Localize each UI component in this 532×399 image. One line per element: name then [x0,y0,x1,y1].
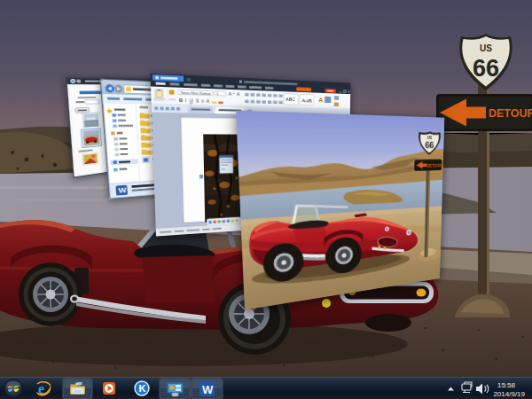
svg-text:A: A [237,92,239,97]
svg-text:W: W [118,186,127,194]
svg-text:^: ^ [233,92,235,96]
svg-text:A: A [207,99,210,104]
svg-text:2014/9/19: 2014/9/19 [493,390,525,398]
svg-text:W: W [202,383,214,396]
svg-text:K: K [139,383,146,394]
svg-text:DETOUR: DETOUR [489,107,532,120]
svg-text:ABC: ABC [286,97,295,102]
svg-text:66: 66 [425,140,434,150]
svg-text:DETOUR: DETOUR [427,163,442,168]
svg-text:x: x [201,99,204,104]
svg-text:A: A [318,96,323,104]
svg-text:66: 66 [473,55,499,82]
svg-text:AaB: AaB [301,98,312,104]
svg-text:US: US [480,43,492,53]
svg-text:S: S [196,98,200,103]
svg-text:15:58: 15:58 [497,381,516,389]
svg-text:A: A [229,92,232,97]
svg-text:U: U [190,98,193,103]
